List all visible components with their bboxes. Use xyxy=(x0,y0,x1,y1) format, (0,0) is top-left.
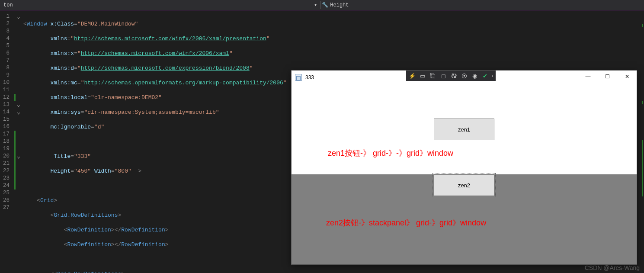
editor-topbar: ton ▾ 🔧 Height xyxy=(0,0,644,10)
grid-row-1: zen2 zen2按钮-》stackpanel》 grid-》grid》wind… xyxy=(292,174,637,264)
fold-gutter[interactable] xyxy=(16,10,22,273)
app-icon xyxy=(295,74,302,81)
preview-titlebar[interactable]: 333 ⚡ ▭ ⿻ ◻ 🗘 ⦿ ◉ ✔ ‹ — ☐ ✕ xyxy=(292,71,637,84)
fold-toggle-icon[interactable] xyxy=(16,13,22,20)
display-layout-icon[interactable]: ⿻ xyxy=(429,73,436,79)
zen2-button[interactable]: zen2 xyxy=(434,174,494,196)
accessibility-alt-icon[interactable]: ◉ xyxy=(471,73,478,79)
preview-window: 333 ⚡ ▭ ⿻ ◻ 🗘 ⦿ ◉ ✔ ‹ — ☐ ✕ zen1 zen1按钮-… xyxy=(291,70,637,265)
maximize-button[interactable]: ☐ xyxy=(598,71,617,83)
wrench-icon: 🔧 xyxy=(322,2,328,8)
code-content[interactable]: <Window x:Class="DEMO2.MainWindow" xmlns… xyxy=(22,10,291,273)
check-icon[interactable]: ✔ xyxy=(481,73,488,79)
grid-row-0: zen1 zen1按钮-》 grid-》-》grid》window xyxy=(292,84,637,174)
annotation-zen1: zen1按钮-》 grid-》-》grid》window xyxy=(328,148,453,158)
fold-toggle-icon[interactable] xyxy=(16,101,22,109)
window-buttons: — ☐ ✕ xyxy=(578,71,637,83)
code-editor[interactable]: 123456789 1011121314151617 1819202122232… xyxy=(0,10,291,273)
fold-toggle-icon[interactable] xyxy=(16,153,22,160)
dropdown-arrow-icon[interactable]: ▾ xyxy=(311,2,320,8)
live-visual-tree-icon[interactable]: ⚡ xyxy=(409,73,416,79)
breadcrumb-left[interactable]: ton xyxy=(0,0,16,10)
zen1-button[interactable]: zen1 xyxy=(434,119,494,140)
annotation-zen2: zen2按钮-》stackpanel》 grid-》grid》window xyxy=(326,218,486,228)
minimize-button[interactable]: — xyxy=(578,71,598,83)
fold-toggle-icon[interactable] xyxy=(16,109,22,116)
window-title: 333 xyxy=(305,74,314,80)
hot-reload-icon[interactable]: 🗘 xyxy=(450,73,457,79)
collapse-arrow-icon[interactable]: ‹ xyxy=(492,74,493,78)
accessibility-icon[interactable]: ⦿ xyxy=(461,73,468,79)
property-label[interactable]: Height xyxy=(330,2,349,8)
preview-grid: zen1 zen1按钮-》 grid-》-》grid》window zen2 z… xyxy=(292,84,637,264)
line-number-gutter: 123456789 1011121314151617 1819202122232… xyxy=(0,10,14,273)
close-button[interactable]: ✕ xyxy=(617,71,637,83)
watermark: CSDN @Ares-Wang xyxy=(585,264,640,271)
debug-toolbar[interactable]: ⚡ ▭ ⿻ ◻ 🗘 ⦿ ◉ ✔ ‹ xyxy=(406,71,496,81)
track-focus-icon[interactable]: ◻ xyxy=(440,73,447,79)
select-element-icon[interactable]: ▭ xyxy=(419,73,426,79)
separator xyxy=(320,1,321,9)
